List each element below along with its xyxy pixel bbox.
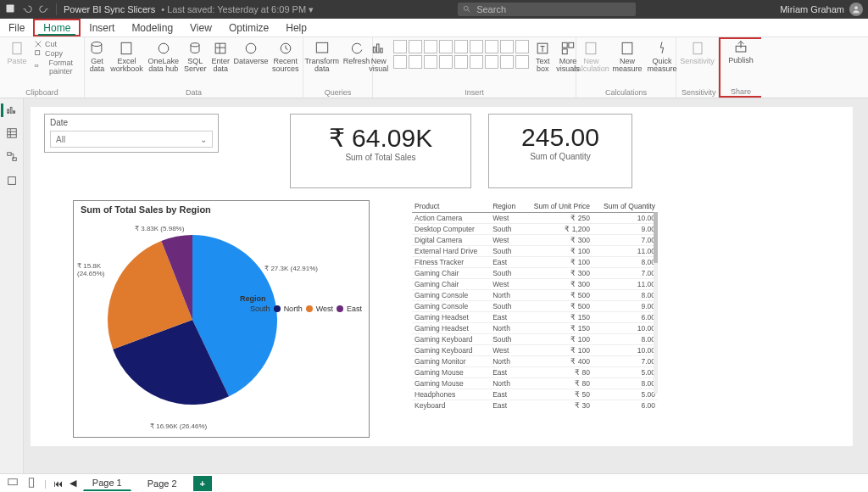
svg-point-5 — [92, 42, 103, 47]
enter-data-button[interactable]: Enter data — [212, 40, 231, 73]
quantity-label: Sum of Quantity — [492, 152, 628, 161]
paste-button[interactable]: Paste — [5, 40, 29, 65]
tab-insert[interactable]: Insert — [81, 19, 123, 36]
tab-optimize[interactable]: Optimize — [220, 19, 277, 36]
tab-view[interactable]: View — [181, 19, 220, 36]
table-view-icon[interactable] — [6, 127, 18, 141]
svg-rect-20 — [587, 42, 597, 53]
sensitivity-button[interactable]: Sensitivity — [682, 40, 714, 65]
total-sales-card[interactable]: ₹ 64.09K Sum of Total Sales — [290, 114, 471, 188]
report-view-icon[interactable] — [1, 103, 18, 117]
page-nav-first-icon[interactable]: ⏮ — [53, 478, 63, 489]
svg-point-1 — [464, 6, 468, 10]
data-table[interactable]: ProductRegionSum of Unit PriceSum of Qua… — [412, 200, 658, 438]
visual-gallery[interactable] — [393, 40, 529, 69]
svg-rect-3 — [13, 42, 21, 53]
quick-measure-button[interactable]: Quick measure — [648, 40, 677, 73]
svg-rect-15 — [380, 48, 382, 53]
svg-rect-26 — [13, 111, 14, 114]
pie-label-west: ₹ 15.8K (24.65%) — [77, 262, 111, 277]
refresh-button[interactable]: Refresh — [343, 40, 370, 65]
page-nav-prev-icon[interactable]: ◀ — [70, 478, 76, 489]
page-tab-2[interactable]: Page 2 — [138, 476, 186, 491]
pie-label-north: ₹ 16.96K (26.46%) — [150, 422, 207, 430]
search-input[interactable]: Search — [458, 3, 636, 16]
text-box-button[interactable]: Text box — [534, 40, 551, 73]
title-bar: Power BI Sync Slicers • Last saved: Yest… — [0, 0, 868, 19]
pie-legend: Region SouthNorthWestEast — [240, 294, 362, 313]
svg-point-7 — [159, 43, 169, 53]
pie-label-east: ₹ 3.83K (5.98%) — [135, 225, 184, 232]
table-scrollbar[interactable] — [654, 212, 658, 394]
sql-server-button[interactable]: SQL Server — [184, 40, 207, 73]
transform-data-button[interactable]: Transform data — [306, 40, 338, 73]
svg-point-2 — [854, 6, 858, 9]
new-measure-button[interactable]: New measure — [612, 40, 642, 73]
svg-rect-22 — [693, 42, 702, 53]
svg-rect-18 — [569, 42, 574, 48]
svg-rect-19 — [562, 49, 567, 54]
model-view-icon[interactable] — [6, 151, 18, 165]
pie-chart[interactable]: Sum of Total Sales by Region Region Sout… — [73, 200, 370, 438]
svg-rect-17 — [562, 42, 567, 48]
user-menu[interactable]: Miriam Graham — [780, 3, 863, 16]
svg-rect-9 — [215, 43, 225, 53]
svg-rect-6 — [122, 42, 132, 53]
svg-rect-25 — [10, 107, 12, 113]
new-calculation-button[interactable]: New calculation — [575, 40, 607, 73]
onelake-button[interactable]: OneLake data hub — [147, 40, 179, 73]
chevron-down-icon: ⌄ — [200, 135, 207, 144]
new-visual-button[interactable]: New visual — [369, 40, 388, 73]
pie-label-south: ₹ 27.3K (42.91%) — [264, 265, 318, 272]
svg-rect-24 — [7, 109, 8, 113]
svg-rect-27 — [7, 129, 16, 138]
svg-rect-14 — [376, 44, 379, 53]
add-page-button[interactable]: + — [193, 476, 212, 491]
quantity-card[interactable]: 245.00 Sum of Quantity — [488, 114, 632, 188]
svg-rect-4 — [36, 51, 40, 55]
desktop-layout-icon[interactable] — [7, 477, 19, 490]
pie-title: Sum of Total Sales by Region — [74, 201, 369, 218]
svg-rect-12 — [316, 42, 327, 53]
report-canvas[interactable]: Date All ⌄ ₹ 64.09K Sum of Total Sales 2… — [31, 107, 853, 446]
last-saved: • Last saved: Yesterday at 6:09 PM ▾ — [159, 4, 314, 15]
queries-group-label: Queries — [309, 88, 367, 97]
copy-button[interactable]: Copy — [34, 49, 63, 58]
svg-rect-31 — [8, 478, 18, 484]
date-slicer[interactable]: Date All ⌄ — [44, 114, 219, 153]
undo-icon[interactable] — [22, 3, 32, 15]
slicer-dropdown[interactable]: All ⌄ — [50, 131, 213, 148]
calculations-group-label: Calculations — [581, 88, 670, 97]
tab-modeling[interactable]: Modeling — [123, 19, 181, 36]
redo-icon[interactable] — [39, 3, 49, 15]
svg-rect-30 — [8, 177, 15, 185]
svg-point-10 — [246, 43, 256, 53]
tab-file[interactable]: File — [0, 19, 33, 36]
search-icon — [463, 5, 471, 14]
svg-rect-13 — [373, 47, 376, 53]
svg-rect-0 — [7, 5, 14, 13]
svg-point-8 — [191, 43, 199, 47]
excel-workbook-button[interactable]: Excel workbook — [110, 40, 142, 73]
recent-sources-button[interactable]: Recent sources — [272, 40, 299, 73]
slicer-title: Date — [50, 118, 213, 127]
quantity-value: 245.00 — [492, 123, 628, 152]
format-painter-button[interactable]: Format painter — [34, 59, 79, 75]
sensitivity-group-label: Sensitivity — [682, 88, 713, 97]
cut-button[interactable]: Cut — [34, 40, 57, 48]
left-rail — [0, 98, 24, 473]
publish-button[interactable]: Publish — [725, 39, 757, 64]
save-icon[interactable] — [5, 3, 15, 15]
file-title: Power BI Sync Slicers — [64, 4, 155, 14]
tab-home[interactable]: Home — [33, 19, 81, 36]
menu-bar: File Home Insert Modeling View Optimize … — [0, 19, 868, 37]
avatar-icon — [849, 3, 863, 16]
insert-group-label: Insert — [378, 88, 570, 97]
mobile-layout-icon[interactable] — [25, 477, 37, 490]
dax-view-icon[interactable] — [6, 175, 18, 188]
dataverse-button[interactable]: Dataverse — [235, 40, 267, 65]
tab-help[interactable]: Help — [277, 19, 315, 36]
total-sales-value: ₹ 64.09K — [294, 123, 467, 153]
get-data-button[interactable]: Get data — [88, 40, 105, 73]
page-tab-1[interactable]: Page 1 — [83, 475, 131, 491]
